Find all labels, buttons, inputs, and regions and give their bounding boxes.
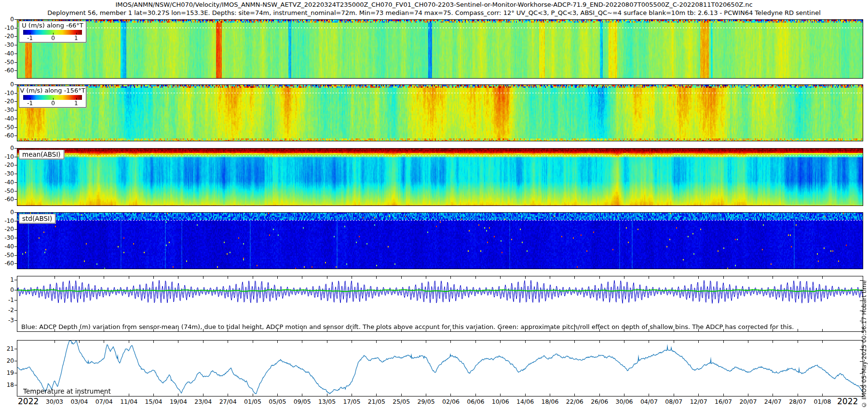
y-axis-tick-label: -60 <box>0 260 14 267</box>
y-axis-tick-label: -30 <box>0 107 14 113</box>
std-absi-label: std(ABSI) <box>19 214 55 223</box>
y-axis-tick-label: 0 <box>0 287 14 293</box>
x-axis-date-label: 08/07 <box>661 398 686 405</box>
x-axis-date-label: 27/04 <box>216 398 241 405</box>
temperature-canvas <box>17 341 863 396</box>
y-axis-tick-label: -40 <box>0 50 14 57</box>
x-axis-date-label: 01/08 <box>810 398 835 405</box>
panel-u-velocity-heatmap: U (m/s) along -66°T -101 <box>17 19 863 79</box>
y-axis-tick-mark <box>14 62 17 63</box>
y-axis-tick-label: -50 <box>0 59 14 66</box>
year-label-right: 2022 <box>837 396 858 406</box>
copyright-vertical-text: © IMOS 05-May-2025 00:56:17 Hobart time <box>861 280 868 408</box>
x-axis-date-label: 10/06 <box>488 398 513 405</box>
y-axis-tick-label: -30 <box>0 41 14 48</box>
y-axis-tick-mark <box>14 127 17 128</box>
y-axis-tick-mark <box>14 165 17 165</box>
x-axis-date-label: 20/07 <box>735 398 760 405</box>
figure-root: IMOS/ANMN/NSW/CH070/Velocity/IMOS_ANMN-N… <box>0 0 868 410</box>
y-axis-tick-mark <box>14 84 17 85</box>
y-axis-tick-mark <box>14 54 17 54</box>
y-axis-tick-label: 19 <box>0 369 14 376</box>
figure-title-filename: IMOS/ANMN/NSW/CH070/Velocity/IMOS_ANMN-N… <box>19 1 849 8</box>
u-legend-title: U (m/s) along -66°T <box>19 21 86 29</box>
x-axis-date-label: 03/04 <box>67 398 92 405</box>
v-colorbar-legend: V (m/s) along -156°T -101 <box>19 86 86 108</box>
y-axis-tick-label: 0 <box>0 145 14 151</box>
y-axis-tick-mark <box>14 191 17 191</box>
y-axis-tick-mark <box>14 280 17 280</box>
y-axis-tick-mark <box>14 290 17 290</box>
year-label-left: 2022 <box>18 396 39 406</box>
figure-subtitle-deployment: Deployment 56, member 1 lat=30.27S lon=1… <box>19 9 849 16</box>
y-axis-tick-label: -60 <box>0 196 14 203</box>
x-axis-date-label: 28/07 <box>785 398 810 405</box>
x-axis-date-label: 26/06 <box>587 398 612 405</box>
y-axis-tick-mark <box>14 148 17 149</box>
x-axis-date-label: 19/04 <box>166 398 191 405</box>
panel-mean-absi-heatmap: mean(ABSI) <box>17 148 863 206</box>
y-axis-tick-mark <box>14 373 17 373</box>
x-axis-date-label: 06/06 <box>463 398 488 405</box>
y-axis-tick-label: -20 <box>0 98 14 105</box>
x-axis-date-label: 12/07 <box>686 398 711 405</box>
x-axis-date-label: 01/05 <box>240 398 265 405</box>
y-axis-tick-mark <box>14 45 17 45</box>
y-axis-tick-label: 18 <box>0 382 14 388</box>
y-axis-tick-label: -10 <box>0 25 14 31</box>
y-axis-tick-label: -20 <box>0 162 14 168</box>
y-axis-tick-mark <box>14 310 17 311</box>
colorbar-tick-label: 1 <box>74 100 78 107</box>
y-axis-tick-label: -60 <box>0 132 14 139</box>
colorbar-tick-label: -1 <box>27 100 33 107</box>
y-axis-tick-label: -60 <box>0 67 14 74</box>
y-axis-tick-label: -50 <box>0 188 14 194</box>
panel-std-absi-heatmap: std(ABSI) <box>17 212 863 269</box>
panel-depth-variation: Blue: ADCP Depth (m) variation from sens… <box>17 276 863 332</box>
y-axis-tick-mark <box>14 28 17 28</box>
u-velocity-heatmap-canvas <box>17 20 863 78</box>
y-axis-tick-mark <box>14 246 17 247</box>
y-axis-tick-label: -30 <box>0 234 14 241</box>
colorbar-tick-label: 0 <box>51 100 55 107</box>
y-axis-tick-mark <box>14 110 17 110</box>
y-axis-tick-label: -50 <box>0 124 14 131</box>
x-axis-date-label: 07/04 <box>92 398 117 405</box>
x-axis-date-label: 13/05 <box>314 398 339 405</box>
x-axis-date-label: 16/07 <box>711 398 736 405</box>
x-axis-date-label: 17/05 <box>339 398 364 405</box>
y-axis-tick-label: -20 <box>0 226 14 232</box>
x-axis-date-label: 29/05 <box>414 398 439 405</box>
x-axis-date-label: 05/05 <box>265 398 290 405</box>
y-axis-tick-mark <box>14 182 17 183</box>
std-absi-heatmap-canvas <box>17 213 863 269</box>
y-axis-tick-label: -50 <box>0 252 14 259</box>
y-axis-tick-mark <box>14 70 17 71</box>
v-colorbar-gradient <box>23 95 82 100</box>
x-axis-date-label: 02/06 <box>438 398 463 405</box>
x-axis-date-label: 21/05 <box>364 398 389 405</box>
y-axis-tick-mark <box>14 300 17 301</box>
x-axis-date-label: 14/06 <box>513 398 538 405</box>
y-axis-tick-mark <box>14 361 17 361</box>
y-axis-tick-label: -10 <box>0 153 14 160</box>
depth-variation-note: Blue: ADCP Depth (m) variation from sens… <box>21 323 794 330</box>
y-axis-tick-label: 21 <box>0 345 14 352</box>
y-axis-tick-mark <box>14 255 17 256</box>
x-axis-date-label: 30/03 <box>42 398 67 405</box>
colorbar-tick-label: 1 <box>74 35 78 41</box>
y-axis-tick-label: -30 <box>0 170 14 177</box>
v-legend-title: V (m/s) along -156°T <box>19 86 86 95</box>
y-axis-tick-mark <box>14 19 17 20</box>
y-axis-tick-mark <box>14 221 17 221</box>
y-axis-tick-label: -40 <box>0 115 14 122</box>
x-axis-date-label: 18/06 <box>537 398 562 405</box>
mean-absi-label: mean(ABSI) <box>19 150 64 159</box>
y-axis-tick-label: 0 <box>0 16 14 23</box>
y-axis-tick-mark <box>14 157 17 157</box>
y-axis-tick-label: -20 <box>0 33 14 40</box>
y-axis-tick-mark <box>14 199 17 200</box>
y-axis-tick-mark <box>14 229 17 230</box>
y-axis-tick-label: 0 <box>0 81 14 88</box>
x-axis-date-label: 09/05 <box>290 398 315 405</box>
